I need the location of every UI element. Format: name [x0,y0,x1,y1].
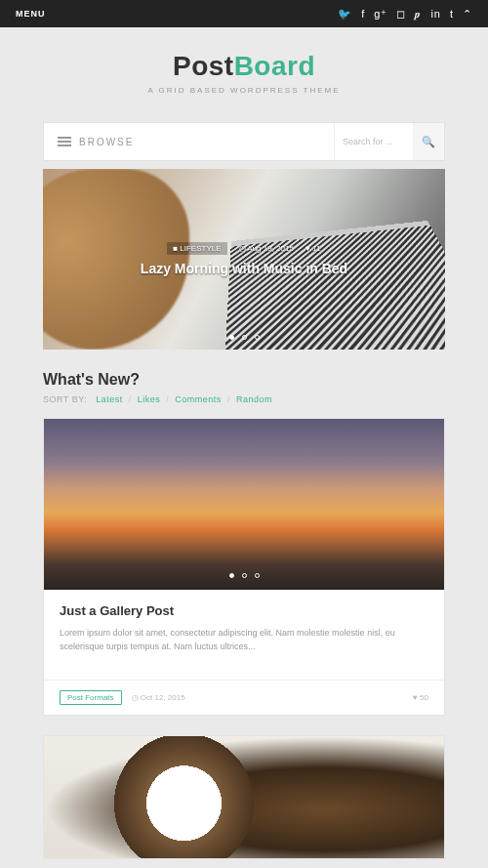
post-image[interactable] [44,736,444,858]
sort-comments[interactable]: Comments [175,394,222,404]
menu-toggle[interactable]: MENU [16,9,46,19]
linkedin-icon[interactable]: in [430,8,441,20]
pinterest-icon[interactable]: 𝒑 [415,8,422,21]
topbar: MENU 🐦 f g⁺ ◻ 𝒑 in t ⌃ [0,0,488,27]
browse-button[interactable]: BROWSE [44,135,134,148]
post-footer: Post Formats ◷ Oct 12, 2015 ♥ 50 [44,680,444,715]
hero-dots [43,335,445,340]
header: PostBoard A GRID BASED WORDPRESS THEME [0,27,488,104]
tumblr-icon[interactable]: t [450,8,454,20]
search-input[interactable] [335,123,413,160]
dot-2[interactable] [242,335,247,340]
search-icon: 🔍 [422,136,435,147]
hero-date: ◷ Aug 19, 2015 [239,244,294,253]
social-icons: 🐦 f g⁺ ◻ 𝒑 in t ⌃ [338,8,472,21]
hamburger-icon [58,135,71,148]
sort-bar: SORT BY: Latest / Likes / Comments / Ran… [43,394,445,404]
post-title[interactable]: Just a Gallery Post [60,603,428,618]
hero-slider[interactable]: ■ LIFESTYLE ◷ Aug 19, 2015 ♥ 11 Lazy Mor… [43,169,445,350]
instagram-icon[interactable]: ◻ [396,8,406,21]
post-tag[interactable]: Post Formats [60,690,122,705]
post-date: ◷ Oct 12, 2015 [132,693,185,702]
dot-2[interactable] [242,573,247,578]
hero-category[interactable]: ■ LIFESTYLE [167,242,226,255]
dot-1[interactable] [229,573,234,578]
post-card-2 [43,735,445,859]
sort-label: SORT BY: [43,394,87,404]
section-title: What's New? [43,371,445,389]
post-card: Just a Gallery Post Lorem ipsum dolor si… [43,418,445,716]
post-image-slider[interactable] [44,419,444,590]
search-button[interactable]: 🔍 [413,123,444,160]
dot-3[interactable] [255,335,260,340]
sort-random[interactable]: Random [236,394,272,404]
browse-label: BROWSE [79,137,134,147]
hero-likes[interactable]: ♥ 11 [305,244,321,253]
logo-part-b: Board [234,51,315,81]
post-body: Just a Gallery Post Lorem ipsum dolor si… [44,590,444,680]
site-logo[interactable]: PostBoard [0,51,488,82]
sort-likes[interactable]: Likes [138,394,161,404]
post-likes[interactable]: ♥ 50 [413,693,428,702]
sort-latest[interactable]: Latest [96,394,123,404]
hero-title[interactable]: Lazy Morning with Music in Bed [141,261,347,276]
search: 🔍 [334,123,444,160]
facebook-icon[interactable]: f [361,8,365,20]
twitter-icon[interactable]: 🐦 [338,8,352,21]
dot-3[interactable] [255,573,260,578]
dot-1[interactable] [229,335,234,340]
logo-part-a: Post [173,51,234,81]
post-dots [44,573,444,578]
hero-meta: ■ LIFESTYLE ◷ Aug 19, 2015 ♥ 11 [167,242,321,255]
post-excerpt: Lorem ipsum dolor sit amet, consectetur … [60,626,428,654]
tagline: A GRID BASED WORDPRESS THEME [0,86,488,95]
google-plus-icon[interactable]: g⁺ [374,8,387,21]
browse-bar: BROWSE 🔍 [43,122,445,161]
hero-content: ■ LIFESTYLE ◷ Aug 19, 2015 ♥ 11 Lazy Mor… [43,169,445,350]
rss-icon[interactable]: ⌃ [463,8,472,21]
